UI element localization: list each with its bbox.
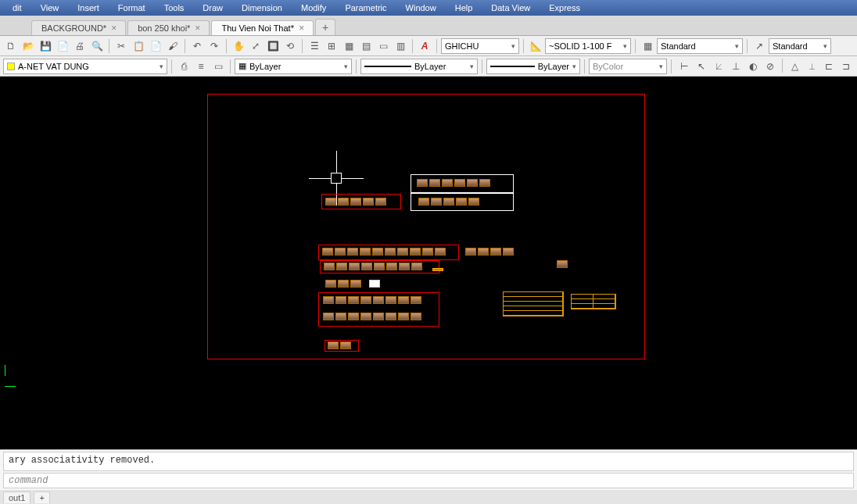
library-thumb[interactable] bbox=[324, 263, 422, 270]
tablestyle-icon[interactable]: ▦ bbox=[640, 38, 655, 54]
library-thumb[interactable] bbox=[328, 341, 351, 349]
library-thumb[interactable] bbox=[465, 248, 514, 256]
properties-icon[interactable]: ☰ bbox=[307, 38, 322, 54]
zoom-extents-icon[interactable]: ⤢ bbox=[248, 38, 264, 54]
legend-table-2[interactable] bbox=[571, 294, 616, 309]
layer-combo[interactable]: A-NET VAT DUNG bbox=[3, 59, 167, 74]
line-icon bbox=[490, 66, 535, 67]
layout-add-tab[interactable]: + bbox=[34, 491, 49, 503]
menu-draw[interactable]: Draw bbox=[193, 2, 232, 14]
dimstyle-icon[interactable]: 📐 bbox=[528, 38, 543, 54]
library-thumb[interactable] bbox=[325, 198, 386, 206]
linetype2-combo[interactable]: ByLayer bbox=[486, 59, 580, 74]
tab-thuvien[interactable]: Thu Vien Noi That* ✕ bbox=[211, 20, 314, 35]
document-tab-strip: BACKGROUND* ✕ bon 250 khoi* ✕ Thu Vien N… bbox=[0, 16, 857, 36]
menu-format[interactable]: Format bbox=[109, 2, 155, 14]
layout-tab[interactable]: out1 bbox=[3, 491, 30, 503]
save-icon[interactable]: 💾 bbox=[38, 38, 53, 54]
menu-insert[interactable]: Insert bbox=[68, 2, 109, 14]
linetype-combo[interactable]: ▦ ByLayer bbox=[235, 59, 352, 74]
text-style-combo[interactable]: GHICHU bbox=[441, 38, 519, 54]
dim-quick-icon[interactable]: ⟂ bbox=[804, 59, 819, 74]
dim-linear-icon[interactable]: ⊢ bbox=[676, 59, 692, 74]
layer-iso-icon[interactable]: ▭ bbox=[210, 59, 226, 74]
plotstyle-combo[interactable]: ByColor bbox=[589, 59, 667, 74]
dim-baseline-icon[interactable]: ⊏ bbox=[821, 59, 837, 74]
table-style-combo[interactable]: Standard bbox=[657, 38, 743, 54]
paste-icon[interactable]: 📄 bbox=[148, 38, 163, 54]
library-thumb[interactable] bbox=[323, 296, 421, 304]
menu-help[interactable]: Help bbox=[446, 2, 482, 14]
pan-icon[interactable]: ✋ bbox=[231, 38, 246, 54]
library-thumb[interactable] bbox=[325, 280, 361, 288]
dim-radius-icon[interactable]: ◐ bbox=[745, 59, 761, 74]
new-tab-button[interactable]: + bbox=[315, 19, 335, 35]
markup-icon[interactable]: ▭ bbox=[375, 38, 391, 54]
library-thumb[interactable] bbox=[418, 198, 479, 206]
calc-icon[interactable]: ▥ bbox=[393, 38, 408, 54]
toolpalette-icon[interactable]: ▦ bbox=[341, 38, 357, 54]
layer-states-icon[interactable]: ⎙ bbox=[176, 59, 192, 74]
redo-icon[interactable]: ↷ bbox=[206, 38, 222, 54]
legend-table[interactable] bbox=[503, 291, 564, 316]
dim-aligned-icon[interactable]: ↖ bbox=[694, 59, 709, 74]
menu-dimension[interactable]: Dimension bbox=[232, 2, 292, 14]
tab-label: bon 250 khoi* bbox=[138, 23, 190, 33]
library-thumb[interactable] bbox=[432, 268, 443, 271]
menu-parametric[interactable]: Parametric bbox=[335, 2, 396, 14]
matchprop-icon[interactable]: 🖌 bbox=[165, 38, 181, 54]
mleader-style-combo[interactable]: Standard bbox=[769, 38, 831, 54]
command-history[interactable]: ary associativity removed. bbox=[3, 452, 854, 471]
plot-icon[interactable]: 🖨 bbox=[72, 38, 88, 54]
dim-ord-icon[interactable]: ⊥ bbox=[728, 59, 744, 74]
lineweight-icon bbox=[364, 66, 411, 67]
close-icon[interactable]: ✕ bbox=[111, 24, 117, 32]
main-menu-bar: dit View Insert Format Tools Draw Dimens… bbox=[0, 0, 857, 16]
dim-arc-icon[interactable]: ⟀ bbox=[711, 59, 726, 74]
lineweight-combo[interactable]: ByLayer bbox=[360, 59, 478, 74]
preview-icon[interactable]: 🔍 bbox=[89, 38, 105, 54]
library-thumb[interactable] bbox=[417, 179, 490, 187]
close-icon[interactable]: ✕ bbox=[299, 24, 305, 32]
menu-tools[interactable]: Tools bbox=[155, 2, 194, 14]
mleader-icon[interactable]: ↗ bbox=[751, 38, 767, 54]
zoom-prev-icon[interactable]: ⟲ bbox=[282, 38, 298, 54]
tab-label: Thu Vien Noi That* bbox=[221, 23, 294, 33]
block-divider bbox=[411, 192, 514, 194]
layer-color-swatch bbox=[7, 63, 15, 70]
saveas-icon[interactable]: 📄 bbox=[55, 38, 70, 54]
menu-express[interactable]: Express bbox=[540, 2, 590, 14]
zoom-window-icon[interactable]: 🔲 bbox=[265, 38, 281, 54]
dim-continue-icon[interactable]: ⊐ bbox=[838, 59, 854, 74]
library-thumb[interactable] bbox=[322, 248, 446, 256]
designcenter-icon[interactable]: ⊞ bbox=[324, 38, 339, 54]
open-icon[interactable]: 📂 bbox=[20, 38, 36, 54]
copy-icon[interactable]: 📋 bbox=[131, 38, 146, 54]
text-icon[interactable]: A bbox=[417, 38, 432, 54]
dim-style-combo[interactable]: ~SOLID 1-100 F bbox=[545, 38, 631, 54]
sheetset-icon[interactable]: ▤ bbox=[358, 38, 374, 54]
library-thumb[interactable] bbox=[369, 280, 380, 288]
menu-modify[interactable]: Modify bbox=[292, 2, 335, 14]
undo-icon[interactable]: ↶ bbox=[189, 38, 205, 54]
standard-toolbar: 🗋 📂 💾 📄 🖨 🔍 ✂ 📋 📄 🖌 ↶ ↷ ✋ ⤢ 🔲 ⟲ ☰ ⊞ ▦ ▤ … bbox=[0, 36, 857, 56]
menu-view[interactable]: View bbox=[31, 2, 69, 14]
layer-prev-icon[interactable]: ≡ bbox=[193, 59, 209, 74]
dim-angular-icon[interactable]: △ bbox=[787, 59, 802, 74]
dim-diameter-icon[interactable]: ⊘ bbox=[762, 59, 778, 74]
tab-background[interactable]: BACKGROUND* ✕ bbox=[31, 20, 126, 35]
menu-window[interactable]: Window bbox=[396, 2, 446, 14]
menu-dataview[interactable]: Data View bbox=[482, 2, 540, 14]
tab-bon250[interactable]: bon 250 khoi* ✕ bbox=[127, 20, 210, 35]
drawing-canvas[interactable] bbox=[0, 77, 857, 449]
cut-icon[interactable]: ✂ bbox=[113, 38, 129, 54]
linetype-swatch: ▦ bbox=[238, 61, 246, 71]
library-thumb[interactable] bbox=[557, 260, 568, 268]
new-icon[interactable]: 🗋 bbox=[3, 38, 19, 54]
close-icon[interactable]: ✕ bbox=[195, 24, 201, 32]
layer-name: A-NET VAT DUNG bbox=[18, 62, 89, 71]
menu-edit[interactable]: dit bbox=[3, 2, 31, 14]
command-area: ary associativity removed. command out1 … bbox=[0, 449, 857, 504]
command-input[interactable]: command bbox=[3, 473, 854, 488]
library-thumb[interactable] bbox=[323, 313, 421, 320]
